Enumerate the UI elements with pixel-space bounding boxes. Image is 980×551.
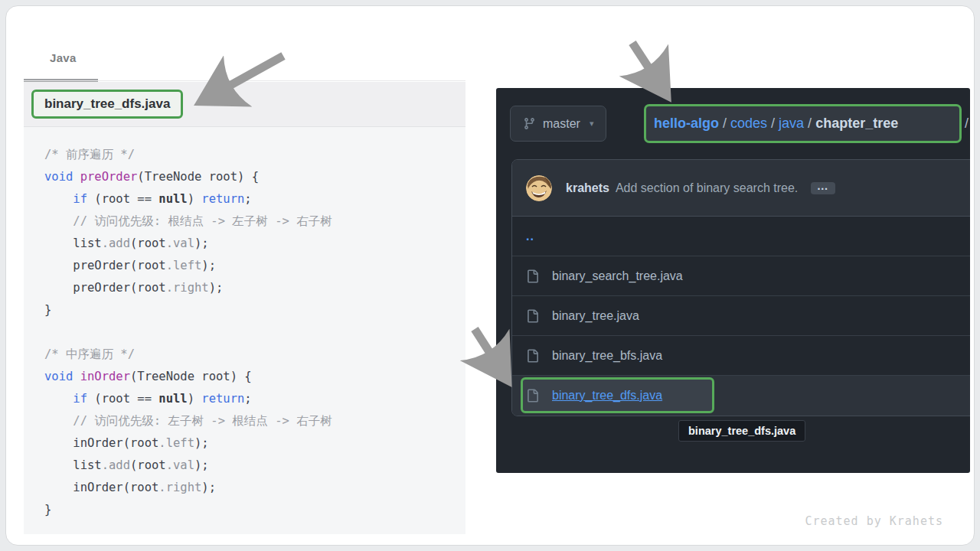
code-panel: binary_tree_dfs.java /* 前序遍历 */void preO… xyxy=(24,82,466,534)
tab-bar-divider xyxy=(24,80,466,81)
code-line: } xyxy=(44,499,466,521)
file-name-link[interactable]: binary_tree.java xyxy=(552,309,639,323)
file-list-card: krahetsAdd section of binary search tree… xyxy=(511,159,970,416)
commit-author[interactable]: krahets xyxy=(566,181,609,194)
file-icon xyxy=(526,388,539,403)
breadcrumb-separator: / xyxy=(804,116,815,132)
file-list: ..binary_search_tree.javabinary_tree.jav… xyxy=(512,217,970,416)
file-row[interactable]: binary_tree.java xyxy=(512,296,970,336)
code-line xyxy=(44,321,466,344)
code-line: inOrder(root.left); xyxy=(44,432,466,455)
commit-message: krahetsAdd section of binary search tree… xyxy=(566,181,835,195)
code-line: } xyxy=(44,299,466,321)
code-line: /* 中序遍历 */ xyxy=(44,344,466,366)
file-title-highlight: binary_tree_dfs.java xyxy=(31,90,183,119)
footer-credit: Created by Krahets xyxy=(805,514,943,528)
breadcrumb-segment[interactable]: java xyxy=(779,116,804,132)
breadcrumb-segment[interactable]: hello-algo xyxy=(654,116,719,132)
latest-commit-row: krahetsAdd section of binary search tree… xyxy=(512,160,970,217)
code-line: /* 前序遍历 */ xyxy=(44,144,466,166)
parent-directory-link[interactable]: .. xyxy=(526,230,534,243)
breadcrumb-segment[interactable]: chapter_tree xyxy=(815,116,898,132)
breadcrumb-trailing-slash: / xyxy=(965,116,969,132)
branch-selector-button[interactable]: master ▾ xyxy=(510,106,606,142)
code-line: list.add(root.val); xyxy=(44,455,466,477)
breadcrumb-separator: / xyxy=(767,116,779,132)
breadcrumb-segment[interactable]: codes xyxy=(730,116,767,132)
code-block: /* 前序遍历 */void preOrder(TreeNode root) {… xyxy=(24,127,466,521)
code-line: // 访问优先级: 左子树 -> 根结点 -> 右子树 xyxy=(44,410,466,432)
file-name-link[interactable]: binary_search_tree.java xyxy=(552,269,683,283)
code-line: if (root == null) return; xyxy=(44,188,466,210)
arrow-to-breadcrumb xyxy=(632,43,658,83)
file-icon xyxy=(526,308,539,324)
branch-name: master xyxy=(543,117,580,131)
tab-java[interactable]: Java xyxy=(50,51,77,64)
code-line: if (root == null) return; xyxy=(44,388,466,410)
breadcrumb[interactable]: hello-algo / codes / java / chapter_tree xyxy=(644,104,962,143)
file-name-link[interactable]: binary_tree_dfs.java xyxy=(552,389,662,403)
commit-more-button[interactable]: … xyxy=(811,182,835,194)
code-line: inOrder(root.right); xyxy=(44,477,466,499)
breadcrumb-separator: / xyxy=(719,116,730,132)
file-row[interactable]: binary_search_tree.java xyxy=(512,256,970,296)
code-line: void inOrder(TreeNode root) { xyxy=(44,366,466,388)
file-row[interactable]: binary_tree_bfs.java xyxy=(512,336,970,376)
page-card: Java binary_tree_dfs.java /* 前序遍历 */void… xyxy=(5,5,975,546)
github-panel: master ▾ hello-algo / codes / java / cha… xyxy=(496,88,970,473)
avatar[interactable] xyxy=(526,175,552,201)
code-line: list.add(root.val); xyxy=(44,233,466,255)
code-line: // 访问优先级: 根结点 -> 左子树 -> 右子树 xyxy=(44,210,466,233)
parent-directory-row[interactable]: .. xyxy=(512,217,970,256)
file-name-link[interactable]: binary_tree_bfs.java xyxy=(552,349,662,363)
code-panel-header: binary_tree_dfs.java xyxy=(24,82,466,127)
filename-tooltip: binary_tree_dfs.java xyxy=(678,420,805,442)
commit-title[interactable]: Add section of binary search tree. xyxy=(616,181,798,194)
file-icon xyxy=(526,269,539,284)
file-icon xyxy=(526,348,539,364)
code-line: preOrder(root.right); xyxy=(44,277,466,299)
code-line: void preOrder(TreeNode root) { xyxy=(44,166,466,188)
code-line: preOrder(root.left); xyxy=(44,255,466,277)
file-row[interactable]: binary_tree_dfs.java xyxy=(512,376,970,416)
chevron-down-icon: ▾ xyxy=(590,119,594,129)
git-branch-icon xyxy=(523,117,536,130)
